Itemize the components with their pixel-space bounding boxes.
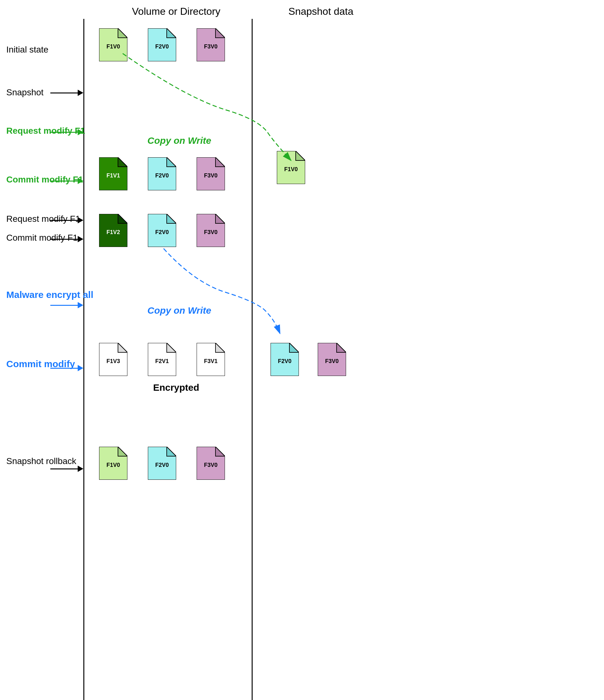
file-f1v0-snapshot: F1V0 [277, 151, 305, 184]
svg-marker-21 [118, 343, 127, 352]
snapshot-header: Snapshot data [271, 6, 371, 17]
initial-state-label: Initial state [6, 45, 48, 55]
svg-marker-27 [290, 343, 299, 352]
file-f3v0-row4: F3V0 [197, 157, 225, 190]
left-divider [83, 19, 84, 700]
snapshot-rollback-label: Snapshot rollback [6, 456, 76, 466]
file-f2v0-initial: F2V0 [148, 28, 176, 61]
copy-on-write-blue-label: Copy on Write [120, 305, 239, 316]
snapshot-label: Snapshot [6, 88, 44, 98]
file-f2v0-row5: F2V0 [148, 214, 176, 247]
file-f2v0-rollback: F2V0 [148, 447, 176, 480]
svg-marker-35 [216, 447, 225, 456]
file-f2v1: F2V1 [148, 343, 176, 376]
svg-marker-23 [167, 343, 176, 352]
file-f2v0-row4: F2V0 [148, 157, 176, 190]
request-modify-black-arrow [50, 217, 83, 223]
svg-marker-25 [216, 343, 225, 352]
file-f1v3: F1V3 [99, 343, 127, 376]
file-f3v0-row5: F3V0 [197, 214, 225, 247]
commit-modify-green-arrow [50, 178, 83, 184]
svg-marker-19 [216, 214, 225, 223]
svg-marker-29 [336, 343, 346, 352]
right-divider [252, 19, 253, 700]
svg-marker-13 [296, 151, 305, 160]
snapshot-arrow [50, 90, 83, 96]
file-f1v1: F1V1 [99, 157, 127, 190]
malware-encrypt-arrow [50, 302, 83, 308]
curved-arrows-overlay [0, 0, 604, 700]
svg-marker-15 [118, 214, 127, 223]
commit-modify-blue-arrow [50, 365, 83, 371]
file-f3v0-initial: F3V0 [197, 28, 225, 61]
file-f1v2: F1V2 [99, 214, 127, 247]
file-f3v1: F3V1 [197, 343, 225, 376]
commit-modify-black-arrow [50, 236, 83, 242]
file-f3v0-rollback: F3V0 [197, 447, 225, 480]
request-modify-green-arrow [50, 129, 83, 135]
copy-on-write-green-label: Copy on Write [120, 135, 239, 146]
snapshot-rollback-arrow [50, 466, 83, 472]
file-f1v0-rollback: F1V0 [99, 447, 127, 480]
file-f2v0-snapshot: F2V0 [271, 343, 299, 376]
malware-encrypt-label: Malware encrypt all [6, 290, 94, 300]
svg-marker-11 [216, 157, 225, 167]
svg-marker-1 [118, 28, 127, 38]
svg-marker-9 [167, 157, 176, 167]
svg-marker-3 [167, 28, 176, 38]
diagram-container: Volume or Directory Snapshot data Initia… [0, 0, 604, 700]
vol-dir-header: Volume or Directory [110, 6, 242, 17]
file-f3v0-snapshot: F3V0 [318, 343, 346, 376]
svg-marker-33 [167, 447, 176, 456]
encrypted-label: Encrypted [110, 382, 242, 393]
svg-marker-31 [118, 447, 127, 456]
svg-marker-5 [216, 28, 225, 38]
svg-marker-17 [167, 214, 176, 223]
file-f1v0-initial: F1V0 [99, 28, 127, 61]
svg-marker-7 [118, 157, 127, 167]
